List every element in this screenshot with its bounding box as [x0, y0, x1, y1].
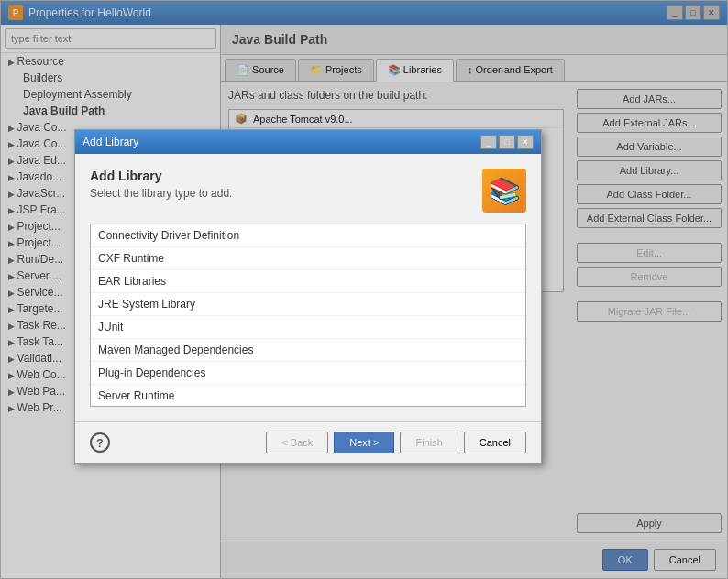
list-item-ear[interactable]: EAR Libraries	[91, 270, 525, 293]
back-button[interactable]: < Back	[266, 432, 328, 453]
list-item-jre[interactable]: JRE System Library	[91, 293, 525, 316]
list-item-plugin[interactable]: Plug-in Dependencies	[91, 362, 525, 385]
dialog-subtext: Select the library type to add.	[90, 187, 232, 200]
dialog-body: Add Library Select the library type to a…	[75, 154, 541, 421]
list-item-server-runtime[interactable]: Server Runtime	[91, 385, 525, 407]
help-icon[interactable]: ?	[90, 432, 110, 453]
list-item-junit[interactable]: JUnit	[91, 316, 525, 339]
add-library-dialog: Add Library _ □ ✕ Add Library Select the…	[74, 129, 542, 464]
next-button[interactable]: Next >	[334, 432, 394, 453]
list-item-cxf[interactable]: CXF Runtime	[91, 247, 525, 270]
dialog-title-bar: Add Library _ □ ✕	[75, 130, 541, 154]
dialog-maximize-button[interactable]: □	[499, 135, 515, 149]
dialog-footer-buttons: < Back Next > Finish Cancel	[266, 432, 526, 453]
cancel-dialog-button[interactable]: Cancel	[464, 432, 526, 453]
list-item-connectivity[interactable]: Connectivity Driver Definition	[91, 224, 525, 247]
dialog-title-text: Add Library	[83, 136, 138, 148]
dialog-icon: 📚	[482, 169, 526, 213]
dialog-footer: ? < Back Next > Finish Cancel	[75, 421, 541, 463]
library-list: Connectivity Driver Definition CXF Runti…	[90, 224, 526, 407]
dialog-minimize-button[interactable]: _	[480, 135, 497, 149]
dialog-header-row: Add Library Select the library type to a…	[90, 169, 526, 213]
dialog-heading: Add Library	[90, 169, 232, 183]
dialog-close-button[interactable]: ✕	[517, 135, 534, 149]
main-window: P Properties for HelloWorld _ □ ✕ Resour…	[0, 0, 728, 579]
dialog-controls: _ □ ✕	[480, 135, 534, 149]
list-item-maven[interactable]: Maven Managed Dependencies	[91, 339, 525, 362]
dialog-header-text: Add Library Select the library type to a…	[90, 169, 232, 200]
finish-button[interactable]: Finish	[400, 432, 458, 453]
